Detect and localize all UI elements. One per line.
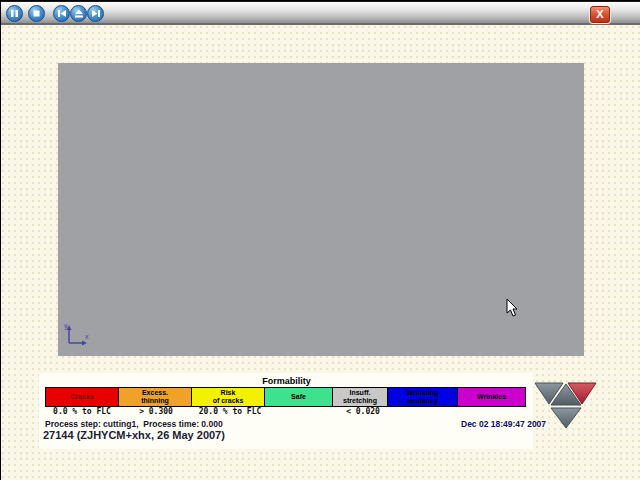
axis-triad-icon: y x	[61, 322, 91, 352]
legend-segment-risk-of-cracks[interactable]: Risk of cracks	[192, 388, 265, 406]
nav-triangle-down-icon[interactable]	[551, 408, 581, 428]
legend-segment-label: Risk	[221, 389, 236, 397]
legend-value-excess-thinning: > 0.300	[139, 407, 173, 416]
legend-segment-label: Wrinkles	[477, 393, 506, 401]
skip-to-end-icon	[91, 9, 101, 18]
legend-segment-label2: of cracks	[213, 397, 244, 405]
pause-button[interactable]	[6, 5, 23, 22]
legend-segment-wrinkles[interactable]: Wrinkles	[458, 388, 525, 406]
stop-button[interactable]	[28, 5, 45, 22]
skip-end-button[interactable]	[87, 5, 104, 22]
legend-value-insuff-stretching: < 0.020	[346, 407, 380, 416]
eject-button[interactable]	[70, 5, 87, 22]
formability-legend: Cracks Excess. thinning Risk of cracks S…	[45, 387, 526, 407]
legend-segment-insuff-stretching[interactable]: Insuff. stretching	[333, 388, 388, 406]
legend-segment-label: Insuff.	[350, 389, 371, 397]
close-button[interactable]: X	[590, 6, 610, 23]
nav-arrow-cluster	[531, 379, 601, 435]
legend-segment-label: Wrinkling	[407, 389, 439, 397]
pause-icon	[10, 9, 19, 18]
legend-segment-label: Safe	[291, 393, 306, 401]
legend-segment-label: Excess.	[142, 389, 168, 397]
legend-segment-label2: thinning	[141, 397, 169, 405]
legend-segment-label: Cracks	[70, 393, 93, 401]
legend-segment-label2: stretching	[343, 397, 377, 405]
viewport-canvas[interactable]: y x	[58, 63, 584, 356]
legend-segment-excess-thinning[interactable]: Excess. thinning	[119, 388, 192, 406]
eject-icon	[74, 9, 84, 18]
legend-segment-label2: tendency	[407, 397, 438, 405]
skip-start-button[interactable]	[53, 5, 70, 22]
axis-x-label: x	[85, 333, 89, 340]
application-window: { "toolbar": { "buttons": [ {"name": "pa…	[0, 0, 640, 480]
legend-value-cracks: 0.0 % to FLC	[53, 407, 111, 416]
legend-segment-cracks[interactable]: Cracks	[46, 388, 119, 406]
legend-value-risk-of-cracks: 20.0 % to FLC	[199, 407, 262, 416]
legend-segment-wrinkling-tendency[interactable]: Wrinkling tendency	[388, 388, 458, 406]
stop-icon	[32, 9, 41, 18]
toolbar: X	[1, 1, 640, 25]
model-id-line: 27144 (ZJHYCM+xhx, 26 May 2007)	[43, 429, 225, 441]
legend-segment-safe[interactable]: Safe	[265, 388, 333, 406]
process-step-line: Process step: cutting1, Process time: 0.…	[45, 419, 223, 429]
axis-y-label: y	[64, 322, 68, 330]
skip-to-start-icon	[57, 9, 67, 18]
legend-title: Formability	[45, 376, 528, 386]
mouse-cursor	[506, 299, 520, 323]
